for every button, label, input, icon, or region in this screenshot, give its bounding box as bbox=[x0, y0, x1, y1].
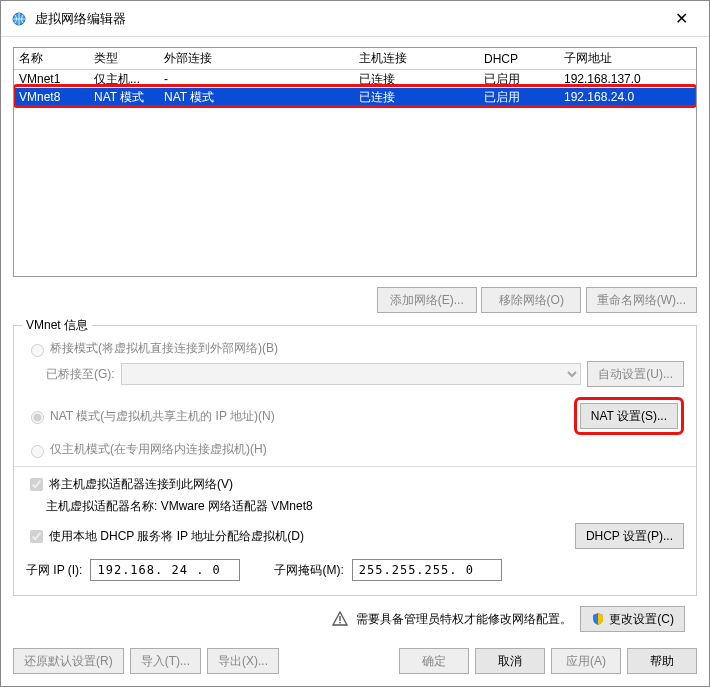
bridged-to-label: 已桥接至(G): bbox=[46, 366, 115, 383]
admin-row: 需要具备管理员特权才能修改网络配置。 更改设置(C) bbox=[13, 596, 697, 634]
bridge-mode-radio[interactable]: 桥接模式(将虚拟机直接连接到外部网络)(B) bbox=[26, 340, 684, 357]
nat-mode-radio[interactable]: NAT 模式(与虚拟机共享主机的 IP 地址)(N) bbox=[26, 408, 275, 425]
nat-radio-input[interactable] bbox=[31, 411, 44, 424]
close-icon[interactable]: ✕ bbox=[661, 9, 701, 28]
titlebar: 虚拟网络编辑器 ✕ bbox=[1, 1, 709, 37]
host-adapter-name: 主机虚拟适配器名称: VMware 网络适配器 VMnet8 bbox=[46, 498, 684, 515]
cancel-button[interactable]: 取消 bbox=[475, 648, 545, 674]
col-host: 主机连接 bbox=[354, 49, 479, 68]
bridge-radio-input[interactable] bbox=[31, 344, 44, 357]
svg-rect-2 bbox=[340, 622, 341, 623]
bridged-to-row: 已桥接至(G): 自动设置(U)... bbox=[46, 361, 684, 387]
admin-note: 需要具备管理员特权才能修改网络配置。 bbox=[356, 611, 572, 628]
ok-button[interactable]: 确定 bbox=[399, 648, 469, 674]
vnet-editor-window: 虚拟网络编辑器 ✕ 名称 类型 外部连接 主机连接 DHCP 子网地址 VMne… bbox=[0, 0, 710, 687]
col-ext: 外部连接 bbox=[159, 49, 354, 68]
hostonly-radio-input[interactable] bbox=[31, 445, 44, 458]
table-header: 名称 类型 外部连接 主机连接 DHCP 子网地址 bbox=[14, 48, 696, 70]
col-dhcp: DHCP bbox=[479, 51, 559, 67]
col-type: 类型 bbox=[89, 49, 159, 68]
shield-icon bbox=[591, 612, 605, 626]
window-title: 虚拟网络编辑器 bbox=[35, 10, 661, 28]
use-dhcp-check[interactable]: 使用本地 DHCP 服务将 IP 地址分配给虚拟机(D) bbox=[26, 527, 304, 546]
warning-icon bbox=[332, 611, 348, 627]
bottom-bar: 还原默认设置(R) 导入(T)... 导出(X)... 确定 取消 应用(A) … bbox=[1, 640, 709, 686]
dhcp-settings-button[interactable]: DHCP 设置(P)... bbox=[575, 523, 684, 549]
apply-button[interactable]: 应用(A) bbox=[551, 648, 621, 674]
bridged-to-select[interactable] bbox=[121, 363, 582, 385]
rename-network-button[interactable]: 重命名网络(W)... bbox=[586, 287, 697, 313]
connect-host-checkbox[interactable] bbox=[30, 478, 43, 491]
content-area: 名称 类型 外部连接 主机连接 DHCP 子网地址 VMnet1 仅主机... … bbox=[1, 37, 709, 640]
import-button[interactable]: 导入(T)... bbox=[130, 648, 201, 674]
vmnet-info-group: VMnet 信息 桥接模式(将虚拟机直接连接到外部网络)(B) 已桥接至(G):… bbox=[13, 325, 697, 596]
remove-network-button[interactable]: 移除网络(O) bbox=[481, 287, 581, 313]
add-network-button[interactable]: 添加网络(E)... bbox=[377, 287, 477, 313]
subnet-ip-label: 子网 IP (I): bbox=[26, 562, 82, 579]
auto-bridge-button[interactable]: 自动设置(U)... bbox=[587, 361, 684, 387]
svg-rect-1 bbox=[340, 616, 341, 621]
subnet-row: 子网 IP (I): 子网掩码(M): bbox=[26, 559, 684, 581]
app-icon bbox=[9, 9, 29, 29]
nat-settings-button[interactable]: NAT 设置(S)... bbox=[580, 403, 678, 429]
subnet-mask-label: 子网掩码(M): bbox=[274, 562, 343, 579]
table-row[interactable]: VMnet8 NAT 模式 NAT 模式 已连接 已启用 192.168.24.… bbox=[14, 88, 696, 106]
hostonly-mode-radio[interactable]: 仅主机模式(在专用网络内连接虚拟机)(H) bbox=[26, 441, 684, 458]
group-title: VMnet 信息 bbox=[22, 317, 92, 334]
use-dhcp-checkbox[interactable] bbox=[30, 530, 43, 543]
network-table[interactable]: 名称 类型 外部连接 主机连接 DHCP 子网地址 VMnet1 仅主机... … bbox=[13, 47, 697, 277]
col-name: 名称 bbox=[14, 49, 89, 68]
export-button[interactable]: 导出(X)... bbox=[207, 648, 279, 674]
table-row[interactable]: VMnet1 仅主机... - 已连接 已启用 192.168.137.0 bbox=[14, 70, 696, 88]
subnet-mask-input[interactable] bbox=[352, 559, 502, 581]
highlight-nat-button: NAT 设置(S)... bbox=[574, 397, 684, 435]
subnet-ip-input[interactable] bbox=[90, 559, 240, 581]
help-button[interactable]: 帮助 bbox=[627, 648, 697, 674]
col-subnet: 子网地址 bbox=[559, 49, 696, 68]
connect-host-check[interactable]: 将主机虚拟适配器连接到此网络(V) bbox=[26, 475, 684, 494]
network-buttons: 添加网络(E)... 移除网络(O) 重命名网络(W)... bbox=[13, 277, 697, 319]
restore-defaults-button[interactable]: 还原默认设置(R) bbox=[13, 648, 124, 674]
change-settings-button[interactable]: 更改设置(C) bbox=[580, 606, 685, 632]
